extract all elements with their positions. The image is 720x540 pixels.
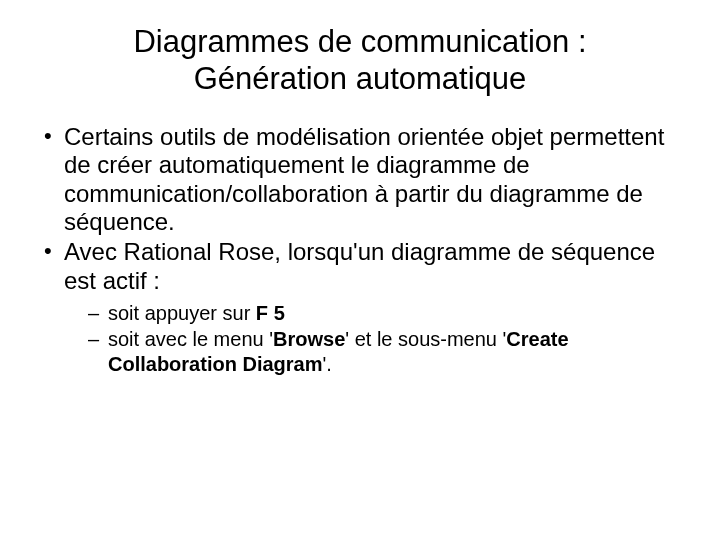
sub-text: '. — [322, 353, 331, 375]
bold-text: Browse — [273, 328, 345, 350]
sub-text: soit avec le menu — [108, 328, 269, 350]
bullet-list: Certains outils de modélisation orientée… — [42, 123, 684, 376]
title-line-1: Diagrammes de communication : — [133, 24, 586, 59]
bold-text: F 5 — [256, 302, 285, 324]
slide: Diagrammes de communication : Génération… — [0, 0, 720, 540]
bullet-item: Certains outils de modélisation orientée… — [42, 123, 684, 236]
bullet-text: Avec Rational Rose, lorsqu'un diagramme … — [64, 238, 655, 293]
sub-bullet-item: soit appuyer sur F 5 — [88, 301, 684, 325]
title-line-2: Génération automatique — [194, 61, 527, 96]
sub-bullet-item: soit avec le menu 'Browse' et le sous-me… — [88, 327, 684, 376]
sub-text: soit appuyer sur — [108, 302, 256, 324]
slide-title: Diagrammes de communication : Génération… — [36, 24, 684, 97]
bullet-item: Avec Rational Rose, lorsqu'un diagramme … — [42, 238, 684, 376]
bullet-text: Certains outils de modélisation orientée… — [64, 123, 664, 235]
sub-bullet-list: soit appuyer sur F 5 soit avec le menu '… — [88, 301, 684, 376]
sub-text: ' et le sous-menu ' — [345, 328, 506, 350]
